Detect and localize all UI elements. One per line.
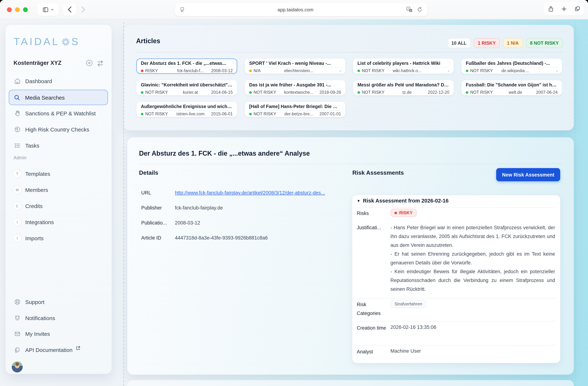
translate-icon[interactable]: A 文 (406, 6, 413, 13)
article-card[interactable]: [Hall of Fame] Hans-Peter Briegel: Die W… (245, 102, 345, 117)
browser-window: app.taidalos.com A 文 (0, 0, 588, 386)
article-status: N/A (253, 68, 260, 73)
field-value: fck-fanclub-fairplay.de (175, 205, 223, 211)
sidebar-item-templates[interactable]: T Templates (9, 166, 108, 181)
article-card[interactable]: Glavinic: "Korrektheit wird überschätzt"… (136, 80, 237, 95)
article-detail-title: Der Absturz des 1. FCK - die „...etwas a… (139, 150, 310, 158)
article-card[interactable]: Messi größer als Pelé und Maradona? Der.… (353, 80, 454, 95)
sidebar-item-support[interactable]: Support (9, 295, 108, 309)
reader-view-icon[interactable] (179, 7, 185, 12)
risk-categories-value: Strafverfahren (390, 300, 555, 308)
article-date: 2015-06-01 (206, 112, 233, 116)
sidebar-item-sanctions[interactable]: Sanctions & PEP & Watchlist (9, 106, 108, 120)
risks-label: Risks (357, 209, 389, 218)
status-dot (466, 91, 468, 93)
filter-risky[interactable]: 1 RISKY (474, 38, 500, 48)
pages-icon (9, 346, 25, 353)
sidebar-item-label: Integrations (25, 219, 54, 225)
filter-not-risky[interactable]: 8 NOT RISKY (526, 38, 563, 48)
sidebar-item-integrations[interactable]: I Integrations (9, 215, 108, 229)
close-window-button[interactable] (7, 7, 12, 12)
app-logo: TAIDAL S (14, 36, 80, 48)
sidebar-item-high-risk-country[interactable]: High Risk Country Checks (9, 122, 108, 136)
article-source: kontextwoche... (283, 90, 315, 94)
risk-assessment-card-title: Risk Assessment from 2026-02-16 (363, 198, 449, 204)
article-url-link[interactable]: http://www.fck-fanclub-fairplay.de/artik… (175, 190, 325, 196)
bell-icon (9, 314, 25, 321)
filter-na[interactable]: 1 N/A (503, 38, 523, 48)
risky-pill: RISKY (390, 209, 417, 217)
justification-text: - Hans Peter Briegel war in einen potenz… (390, 223, 555, 294)
article-date: 2007-06-24 (531, 90, 558, 94)
sidebar-item-my-invites[interactable]: My Invites (9, 326, 108, 341)
article-card-title: Glavinic: "Korrektheit wird überschätzt"… (141, 82, 233, 89)
article-status: NOT RISKY (145, 112, 168, 116)
detail-divider (139, 164, 562, 164)
toolbar-right (544, 2, 584, 15)
sidebar-item-credits[interactable]: C Credits (9, 199, 108, 213)
article-filters: 10 ALL 1 RISKY 1 N/A 8 NOT RISKY (447, 38, 563, 48)
add-org-icon[interactable] (85, 59, 93, 67)
tab-overview-icon[interactable] (574, 5, 581, 12)
article-card[interactable]: Fussball: Die "Schande von Gijon" ist he… (462, 80, 562, 95)
creation-time-label: Creation time (357, 324, 389, 333)
sidebar-item-dashboard[interactable]: Dashboard (9, 74, 108, 88)
article-card[interactable]: SPORT ' Viel Krach - wenig Niveau -... N… (245, 59, 345, 74)
user-avatar[interactable] (12, 362, 23, 372)
sidebar-item-members[interactable]: M Members (9, 182, 108, 197)
forward-button[interactable] (77, 3, 90, 16)
next-article-panel-partial (127, 380, 574, 386)
sidebar-item-label: Dashboard (25, 78, 52, 84)
address-bar[interactable]: app.taidalos.com A 文 (175, 3, 427, 16)
minimize-window-button[interactable] (15, 7, 20, 12)
share-icon[interactable] (547, 5, 554, 12)
article-card[interactable]: Das ist ja wie früher - Ausgabe 391 -...… (245, 80, 345, 95)
article-card[interactable]: Außergewöhnliche Ereignisse und wichtige… (136, 102, 237, 117)
articles-title: Articles (136, 37, 160, 45)
field-label: Publisher (141, 205, 175, 211)
letter-badge: T (13, 169, 21, 178)
sidebar-item-notifications[interactable]: Notifications (9, 311, 108, 325)
article-status: NOT RISKY (253, 90, 276, 94)
sidebar-item-label: High Risk Country Checks (25, 126, 89, 132)
home-icon (9, 77, 25, 84)
article-card-title: Der Absturz des 1. FCK - die „...etwas..… (141, 61, 233, 68)
article-card-title: SPORT ' Viel Krach - wenig Niveau -... (249, 61, 341, 68)
field-label: URL (141, 190, 175, 196)
sidebar-item-tasks[interactable]: Tasks (9, 138, 108, 153)
new-tab-icon[interactable] (561, 6, 567, 12)
risky-pill-label: RISKY (399, 210, 413, 215)
sidebar-item-label: Members (25, 187, 48, 193)
justification-paragraph: - Kein eindeutiger Beweis für illegale A… (390, 267, 555, 294)
article-card[interactable]: Der Absturz des 1. FCK - die „...etwas..… (136, 59, 237, 74)
article-detail-panel: Der Absturz des 1. FCK - die „...etwas a… (127, 137, 574, 375)
sidebar-toggle-button[interactable] (37, 3, 59, 16)
article-card[interactable]: List of celebrity players - Hattrick Wik… (353, 59, 454, 74)
detail-row-publication-date: Publicatio... 2008-03-12 (141, 220, 200, 226)
new-risk-assessment-button[interactable]: New Risk Assessment (496, 168, 560, 181)
zoom-window-button[interactable] (23, 7, 28, 12)
switch-org-icon[interactable] (96, 59, 105, 68)
article-card-title: Außergewöhnliche Ereignisse und wichtige… (141, 104, 233, 111)
hand-stop-icon (9, 110, 25, 117)
sidebar-item-label: My Invites (25, 331, 50, 337)
article-status: NOT RISKY (470, 68, 493, 73)
back-button[interactable] (63, 3, 76, 16)
filter-all[interactable]: 10 ALL (447, 38, 470, 48)
browser-chrome: app.taidalos.com A 文 (0, 0, 588, 19)
field-label: Publicatio... (141, 220, 175, 226)
sidebar-item-media-searches[interactable]: Media Searches (9, 90, 108, 105)
article-card-title: [Hall of Fame] Hans-Peter Briegel: Die W… (249, 104, 341, 111)
sidebar-item-imports[interactable]: I Imports (9, 231, 108, 245)
collapse-caret-icon[interactable]: ▼ (357, 199, 360, 203)
logo-text-left: TAIDAL (14, 36, 60, 48)
risk-categories-label: Risk Categories (357, 300, 389, 318)
article-source: de.wikipedia.... (500, 68, 531, 73)
article-card-title: Fussball: Die "Schande von Gijon" ist he… (466, 82, 558, 89)
reload-icon[interactable] (417, 7, 423, 12)
article-card[interactable]: Fußballer des Jahres (Deutschland) -... … (462, 59, 562, 74)
risk-assessment-card-header[interactable]: ▼ Risk Assessment from 2026-02-16 (357, 198, 449, 204)
sidebar-item-api-documentation[interactable]: API Documentation (9, 342, 108, 357)
url-text[interactable]: app.taidalos.com (185, 7, 406, 12)
globe-icon (9, 126, 25, 133)
